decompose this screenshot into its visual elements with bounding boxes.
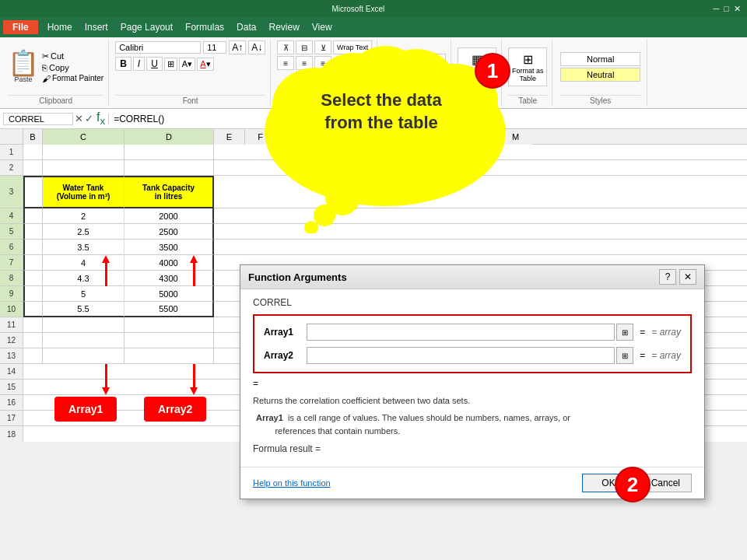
cell-D7[interactable]: 4000 bbox=[124, 255, 214, 271]
row-num-8: 8 bbox=[0, 271, 23, 286]
cell-B7[interactable] bbox=[23, 255, 43, 271]
array2-label: Array2 bbox=[144, 397, 206, 422]
array2-result: = array bbox=[651, 350, 681, 361]
cell-C1[interactable] bbox=[43, 145, 124, 160]
fill-color-btn[interactable]: A▾ bbox=[179, 58, 195, 71]
confirm-formula-btn[interactable]: ✓ bbox=[85, 113, 93, 124]
dialog-help-btn[interactable]: ? bbox=[659, 269, 676, 285]
minimize-btn[interactable]: ─ bbox=[714, 4, 720, 13]
row-num-16: 16 bbox=[0, 395, 23, 411]
cell-D8[interactable]: 4300 bbox=[124, 271, 214, 286]
cell-D1[interactable] bbox=[124, 145, 214, 160]
cell-D6[interactable]: 3500 bbox=[124, 240, 214, 255]
italic-btn[interactable]: I bbox=[133, 57, 145, 71]
row-num-9: 9 bbox=[0, 286, 23, 302]
font-name-input[interactable] bbox=[115, 41, 201, 54]
cell-B6[interactable] bbox=[23, 240, 43, 255]
cancel-formula-btn[interactable]: ✕ bbox=[75, 113, 83, 124]
cell-B5[interactable] bbox=[23, 224, 43, 240]
dialog-formula-result: Formula result = bbox=[253, 443, 692, 454]
array2-up-arrow bbox=[190, 255, 198, 286]
cell-B10[interactable] bbox=[23, 302, 43, 317]
row-num-13: 13 bbox=[0, 348, 23, 364]
formulas-menu[interactable]: Formulas bbox=[179, 20, 230, 34]
neutral-style[interactable]: Neutral bbox=[560, 68, 640, 82]
array2-input-row: Array2 ⊞ = = array bbox=[264, 347, 681, 364]
cell-C13[interactable] bbox=[43, 348, 124, 364]
name-box[interactable] bbox=[3, 113, 73, 125]
cell-D13[interactable] bbox=[124, 348, 214, 364]
cell-B9[interactable] bbox=[23, 286, 43, 302]
cell-C7[interactable]: 4 bbox=[43, 255, 124, 271]
row-numbers: 1 2 3 4 5 6 7 8 9 10 11 12 13 14 15 16 1… bbox=[0, 145, 23, 442]
dialog-help-link[interactable]: Help on this function bbox=[253, 478, 331, 488]
cell-B1[interactable] bbox=[23, 145, 43, 160]
cell-D4[interactable]: 2000 bbox=[124, 208, 214, 224]
bold-btn[interactable]: B bbox=[115, 57, 132, 71]
arrow-line-down-icon bbox=[105, 364, 107, 387]
cell-B12[interactable] bbox=[23, 333, 43, 348]
paste-button[interactable]: 📋 Paste bbox=[8, 51, 39, 83]
col-header-D: D bbox=[124, 129, 214, 145]
array2-equals: = bbox=[640, 350, 645, 361]
maximize-btn[interactable]: □ bbox=[724, 4, 729, 13]
data-menu[interactable]: Data bbox=[230, 20, 262, 34]
row-num-12: 12 bbox=[0, 333, 23, 348]
cell-B3[interactable] bbox=[23, 176, 43, 208]
col-header-B: B bbox=[23, 129, 43, 145]
cell-D11[interactable] bbox=[124, 317, 214, 333]
cell-C6[interactable]: 3.5 bbox=[43, 240, 124, 255]
cell-D9[interactable]: 5000 bbox=[124, 286, 214, 302]
cell-B13[interactable] bbox=[23, 348, 43, 364]
arrow2-head-up-icon bbox=[190, 255, 198, 263]
font-size-input[interactable] bbox=[203, 41, 226, 54]
cell-B4[interactable] bbox=[23, 208, 43, 224]
array2-input-field[interactable] bbox=[307, 347, 615, 364]
copy-button[interactable]: ⎘ Copy bbox=[42, 63, 103, 72]
page-layout-menu[interactable]: Page Layout bbox=[114, 20, 179, 34]
cell-B2[interactable] bbox=[23, 160, 43, 176]
border-btn[interactable]: ⊞ bbox=[164, 58, 177, 71]
increase-font-btn[interactable]: A↑ bbox=[229, 40, 246, 54]
cell-C9[interactable]: 5 bbox=[43, 286, 124, 302]
cell-C12[interactable] bbox=[43, 333, 124, 348]
row-num-7: 7 bbox=[0, 255, 23, 271]
cell-D12[interactable] bbox=[124, 333, 214, 348]
cell-C11[interactable] bbox=[43, 317, 124, 333]
view-menu[interactable]: View bbox=[306, 20, 338, 34]
font-color-btn[interactable]: A▾ bbox=[197, 58, 213, 71]
cell-B11[interactable] bbox=[23, 317, 43, 333]
cut-button[interactable]: ✂ Cut bbox=[42, 51, 103, 61]
insert-menu[interactable]: Insert bbox=[79, 20, 114, 34]
underline-btn[interactable]: U bbox=[146, 57, 163, 71]
cell-C10[interactable]: 5.5 bbox=[43, 302, 124, 317]
dialog-close-btn[interactable]: ✕ bbox=[679, 269, 696, 285]
cell-D5[interactable]: 2500 bbox=[124, 224, 214, 240]
array1-input-field[interactable] bbox=[307, 324, 615, 341]
cell-C4[interactable]: 2 bbox=[43, 208, 124, 224]
home-menu[interactable]: Home bbox=[41, 20, 79, 34]
array1-desc-bold: Array1 bbox=[256, 413, 283, 422]
title-bar-text: Microsoft Excel bbox=[6, 5, 710, 13]
array2-collapse-btn[interactable]: ⊞ bbox=[616, 347, 633, 364]
dialog-result-equals: = bbox=[253, 378, 692, 389]
cell-D10[interactable]: 5500 bbox=[124, 302, 214, 317]
insert-function-btn[interactable]: fx bbox=[96, 110, 105, 127]
row-num-11: 11 bbox=[0, 317, 23, 333]
review-menu[interactable]: Review bbox=[262, 20, 305, 34]
row-num-1: 1 bbox=[0, 145, 23, 160]
cell-C3-header[interactable]: Water Tank(Volume in m³) bbox=[43, 176, 124, 208]
cell-B8[interactable] bbox=[23, 271, 43, 286]
corner-cell bbox=[0, 129, 23, 144]
array1-collapse-btn[interactable]: ⊞ bbox=[616, 324, 633, 341]
cell-C5[interactable]: 2.5 bbox=[43, 224, 124, 240]
badge-2: 2 bbox=[615, 467, 651, 502]
cell-D3-header[interactable]: Tank Capacityin litres bbox=[124, 176, 214, 208]
cell-D2[interactable] bbox=[124, 160, 214, 176]
cell-C2[interactable] bbox=[43, 160, 124, 176]
format-painter-button[interactable]: 🖌 Format Painter bbox=[42, 74, 103, 83]
cell-C8[interactable]: 4.3 bbox=[43, 271, 124, 286]
normal-style[interactable]: Normal bbox=[560, 52, 640, 66]
close-btn[interactable]: ✕ bbox=[734, 4, 741, 14]
file-menu[interactable]: File bbox=[3, 20, 38, 34]
